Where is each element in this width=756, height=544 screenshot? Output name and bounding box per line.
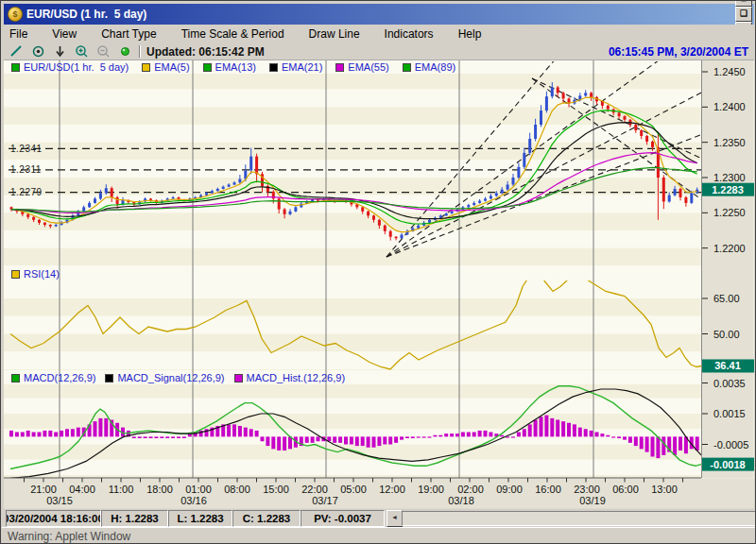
application-window: $ EUR/USD (1 hr. 5 day) _❏× FileViewChar… xyxy=(0,0,756,544)
x-hour-label: 19:00 xyxy=(418,484,444,495)
menu-indicators[interactable]: Indicators xyxy=(379,26,439,42)
x-hour-label: 04:00 xyxy=(69,484,95,495)
axis-badge-value: 1.2283 xyxy=(712,184,744,196)
status-cell-0: 03/20/2004 18:16:00 xyxy=(6,510,101,527)
menu-file[interactable]: File xyxy=(4,26,33,42)
legend-label: RSI(14) xyxy=(24,268,60,280)
menu-bar: FileViewChart TypeTime Scale & PeriodDra… xyxy=(4,25,754,43)
x-hour-label: 15:00 xyxy=(263,484,289,495)
legend-item: MACD_Hist.(12,26,9) xyxy=(234,372,346,383)
legend-swatch-icon xyxy=(11,270,20,279)
legend-swatch-icon xyxy=(335,63,344,72)
zoom-out-button[interactable] xyxy=(94,44,112,60)
axis-tick-label: 0.0035 xyxy=(713,378,746,389)
legend-item: EUR/USD(1 hr. 5 day) xyxy=(11,61,129,73)
status-cell-4: PV: -0.0037 xyxy=(301,510,385,527)
legend-swatch-icon xyxy=(11,63,20,72)
legend-item: EMA(21) xyxy=(269,61,322,73)
applet-warning-text: Warning: Applet Window xyxy=(8,530,130,543)
legend-item: EMA(89) xyxy=(403,61,455,73)
status-cell-3: C: 1.2283 xyxy=(232,510,301,527)
x-date-label: 03/15 xyxy=(46,495,73,506)
menu-chart-type[interactable]: Chart Type xyxy=(95,26,162,42)
toolbar-separator xyxy=(139,45,141,58)
x-hour-label: 11:00 xyxy=(109,484,134,495)
axis-tick-label: 0.0015 xyxy=(713,408,746,419)
legend-label: EMA(13) xyxy=(215,61,256,73)
x-hour-label: 18:00 xyxy=(146,484,173,495)
crosshair-button[interactable] xyxy=(28,44,47,60)
rsi-legend: RSI(14) xyxy=(4,267,701,280)
menu-draw-line[interactable]: Draw Line xyxy=(303,26,366,42)
x-hour-label: 09:00 xyxy=(496,484,523,495)
legend-item: EMA(13) xyxy=(203,61,256,73)
hline-price-label: 1.2279 xyxy=(10,187,43,197)
legend-label: EUR/USD(1 hr. 5 day) xyxy=(24,61,129,73)
title-bar[interactable]: $ EUR/USD (1 hr. 5 day) _❏× xyxy=(4,4,754,25)
axis-tick-label: 1.2200 xyxy=(713,243,746,254)
menu-view[interactable]: View xyxy=(46,26,82,42)
menu-time-scale-period[interactable]: Time Scale & Period xyxy=(176,26,290,42)
market-clock: 06:15:45 PM, 3/20/2004 ET xyxy=(609,45,748,59)
legend-label: MACD(12,26,9) xyxy=(24,372,95,383)
legend-item: EMA(5) xyxy=(142,61,189,73)
legend-label: MACD_Signal(12,26,9) xyxy=(117,372,224,383)
status-scroll-left-button[interactable]: ◄ xyxy=(387,510,403,527)
status-cell-2: L: 1.2283 xyxy=(168,510,232,527)
x-date-label: 03/19 xyxy=(579,495,606,506)
axis-tick-label: 1.2300 xyxy=(713,172,746,183)
legend-swatch-icon xyxy=(105,374,113,382)
x-hour-label: 13:00 xyxy=(651,484,678,495)
hline-price-label: 1.2311 xyxy=(10,164,42,175)
axis-tick-label: 1.2450 xyxy=(713,66,746,77)
toolbar: Updated: 06:15:42 PM 06:15:45 PM, 3/20/2… xyxy=(4,43,754,60)
x-hour-label: 21:00 xyxy=(30,484,57,495)
x-hour-label: 16:00 xyxy=(535,484,561,495)
x-hour-label: 06:00 xyxy=(612,484,639,495)
axis-tick-label: 1.2350 xyxy=(713,137,746,148)
connection-status xyxy=(115,44,134,60)
x-hour-label: 02:00 xyxy=(457,484,484,495)
axis-tick-label: 50.00 xyxy=(713,329,740,340)
x-date-label: 03/18 xyxy=(448,495,474,506)
applet-warning-bar: Warning: Applet Window xyxy=(2,527,755,544)
legend-swatch-icon xyxy=(203,63,212,72)
macd-legend: MACD(12,26,9)MACD_Signal(12,26,9)MACD_Hi… xyxy=(4,371,701,384)
legend-swatch-icon xyxy=(142,63,150,72)
x-hour-label: 22:00 xyxy=(301,484,328,495)
axis-badge-value: -0.0018 xyxy=(710,459,745,470)
menu-help[interactable]: Help xyxy=(453,26,488,42)
x-date-label: 03/16 xyxy=(180,495,207,506)
legend-item: MACD_Signal(12,26,9) xyxy=(105,372,224,383)
legend-label: EMA(89) xyxy=(415,61,455,73)
line-tool-button[interactable] xyxy=(7,44,26,60)
x-hour-label: 12:00 xyxy=(379,484,405,495)
legend-label: EMA(55) xyxy=(348,61,388,73)
line-tool-icon xyxy=(11,46,21,56)
legend-swatch-icon xyxy=(403,63,411,72)
hline-price-label: 1.2341 xyxy=(10,144,43,154)
x-hour-label: 05:00 xyxy=(340,484,367,495)
updated-timestamp: Updated: 06:15:42 PM xyxy=(146,45,265,59)
status-cell-1: H: 1.2283 xyxy=(101,510,168,527)
status-dot-icon xyxy=(121,48,129,56)
legend-item: RSI(14) xyxy=(11,268,60,280)
minimize-button[interactable]: _ xyxy=(735,0,752,7)
status-bar: ◄ 03/20/2004 18:16:00H: 1.2283L: 1.2283C… xyxy=(4,510,754,527)
axis-tick-label: 65.00 xyxy=(713,293,740,304)
legend-item: MACD(12,26,9) xyxy=(11,372,95,383)
legend-label: MACD_Hist.(12,26,9) xyxy=(247,372,346,383)
x-date-label: 03/17 xyxy=(312,495,338,506)
legend-label: EMA(21) xyxy=(282,61,322,73)
arrow-down-button[interactable] xyxy=(50,44,69,60)
axis-tick-label: 1.2400 xyxy=(713,101,746,112)
axis-tick-label: 1.2250 xyxy=(713,207,746,218)
restore-button[interactable]: ❏ xyxy=(735,7,752,22)
zoom-in-button[interactable] xyxy=(72,44,91,60)
x-hour-label: 08:00 xyxy=(224,484,250,495)
status-scroll-track[interactable] xyxy=(402,511,756,526)
legend-swatch-icon xyxy=(269,63,278,72)
price-legend: EUR/USD(1 hr. 5 day)EMA(5)EMA(13)EMA(21)… xyxy=(4,60,701,74)
axis-badge-value: 36.41 xyxy=(714,360,741,371)
legend-swatch-icon xyxy=(234,374,243,382)
